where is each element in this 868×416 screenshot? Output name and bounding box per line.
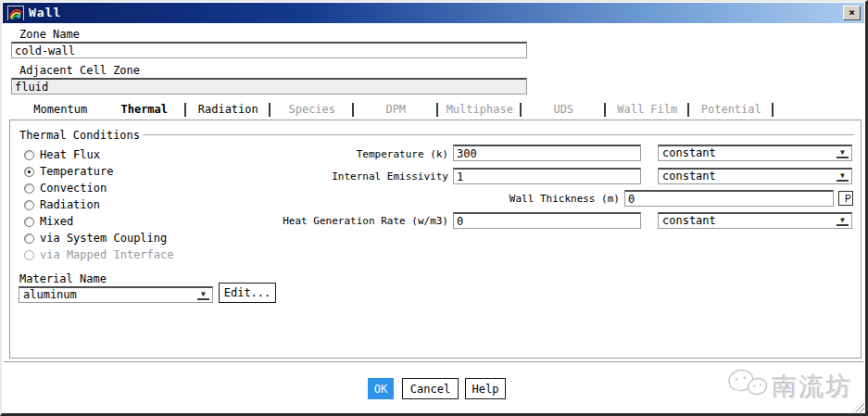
ok-button[interactable]: OK: [368, 378, 394, 399]
heat-generation-rate-input[interactable]: [453, 212, 641, 229]
help-button[interactable]: Help: [465, 378, 506, 399]
profile-button[interactable]: P: [838, 191, 853, 206]
titlebar[interactable]: Wall ×: [3, 3, 864, 23]
zone-name-input[interactable]: [11, 42, 527, 58]
tab-species: Species: [270, 102, 355, 119]
close-icon: ×: [849, 6, 855, 19]
dropdown-arrow-icon[interactable]: ▼: [197, 290, 209, 300]
material-name-select[interactable]: aluminum ▼: [19, 286, 213, 303]
heat-generation-rate-label: Heat Generation Rate (w/m3): [208, 215, 448, 227]
group-divider: [143, 134, 854, 136]
radio-heat-flux[interactable]: Heat Flux: [24, 148, 100, 163]
temperature-input[interactable]: [453, 145, 641, 161]
wall-thickness-label: Wall Thickness (m): [379, 193, 620, 205]
radio-button-selected-icon[interactable]: [24, 167, 34, 177]
close-button[interactable]: ×: [843, 6, 861, 20]
tab-wall-film: Wall Film: [606, 102, 690, 119]
radio-temperature[interactable]: Temperature: [24, 165, 113, 180]
window-title: Wall: [29, 6, 61, 19]
tab-radiation[interactable]: Radiation: [186, 102, 270, 119]
tab-multiphase: Multiphase: [438, 102, 522, 119]
tab-momentum[interactable]: Momentum: [19, 102, 103, 119]
radio-button-icon[interactable]: [24, 217, 34, 227]
radio-button-icon[interactable]: [24, 233, 34, 244]
internal-emissivity-method-select[interactable]: constant ▼: [658, 168, 852, 184]
cancel-button[interactable]: Cancel: [402, 378, 459, 399]
wall-dialog: Wall × Zone Name Adjacent Cell Zone Mome…: [0, 0, 868, 416]
footer-divider: [4, 361, 863, 363]
temperature-method-select[interactable]: constant ▼: [658, 145, 852, 161]
radio-via-mapped-interface: via Mapped Interface: [24, 248, 174, 263]
wechat-icon: [726, 365, 771, 404]
adjacent-cell-zone-input: [11, 78, 527, 95]
radio-button-icon[interactable]: [24, 200, 34, 210]
watermark-text: 南流坊: [773, 371, 853, 404]
tab-potential: Potential: [689, 102, 774, 119]
heat-generation-method-select[interactable]: constant ▼: [658, 212, 852, 229]
tab-dpm: DPM: [354, 102, 438, 119]
tab-thermal[interactable]: Thermal: [103, 102, 187, 119]
radio-convection[interactable]: Convection: [24, 182, 107, 196]
watermark: 南流坊: [726, 365, 865, 406]
internal-emissivity-input[interactable]: [453, 168, 641, 184]
radio-mixed[interactable]: Mixed: [24, 215, 73, 230]
thermal-conditions-label: Thermal Conditions: [19, 129, 144, 142]
temperature-label: Temperature (k): [208, 148, 448, 160]
radio-button-disabled-icon: [24, 250, 34, 260]
dropdown-arrow-icon[interactable]: ▼: [837, 148, 849, 158]
material-name-label: Material Name: [19, 272, 107, 285]
fluent-app-icon: [7, 6, 24, 20]
zone-name-label: Zone Name: [19, 28, 80, 41]
internal-emissivity-label: Internal Emissivity: [208, 170, 448, 183]
tab-bar: Momentum Thermal Radiation Species DPM M…: [19, 102, 774, 119]
dropdown-arrow-icon[interactable]: ▼: [837, 216, 849, 226]
tab-uds: UDS: [522, 102, 606, 119]
wall-thickness-input[interactable]: [624, 190, 834, 207]
radio-button-icon[interactable]: [24, 150, 34, 160]
edit-button[interactable]: Edit...: [219, 283, 276, 303]
radio-via-system-coupling[interactable]: via System Coupling: [24, 232, 167, 246]
radio-radiation[interactable]: Radiation: [24, 198, 100, 213]
adjacent-cell-zone-label: Adjacent Cell Zone: [19, 64, 140, 77]
radio-button-icon[interactable]: [24, 183, 34, 194]
dropdown-arrow-icon[interactable]: ▼: [837, 171, 849, 182]
